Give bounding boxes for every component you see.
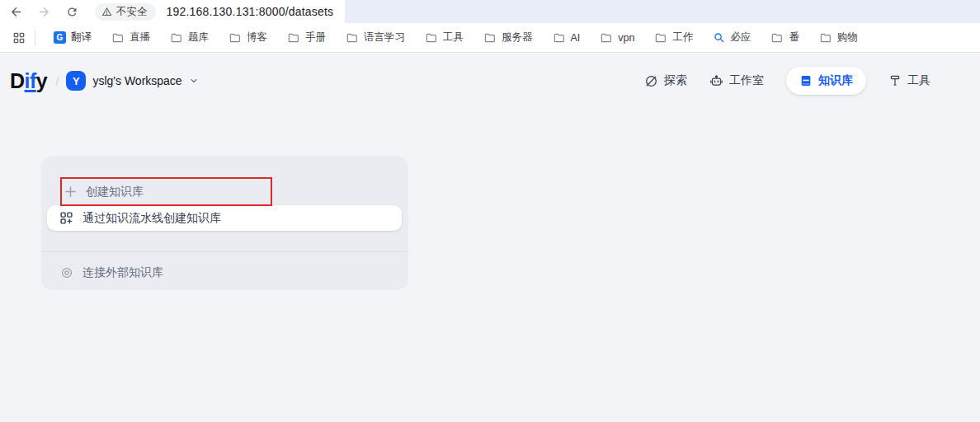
refresh-button[interactable] [62, 2, 82, 21]
nav-knowledge[interactable]: 知识库 [786, 67, 866, 95]
create-by-pipeline-option[interactable]: 通过知识流水线创建知识库 [47, 205, 402, 231]
external-knowledge-icon [60, 266, 73, 279]
app-header: Dify / Y yslg's Workspace 探索 [0, 54, 980, 108]
folder-icon [229, 31, 242, 45]
book-icon [799, 74, 813, 87]
warning-icon [101, 7, 112, 17]
bookmarks-bar: G 翻译 直播 题库 博客 手册 语言学习 工具 服务器 [0, 23, 980, 53]
bookmark-folder[interactable]: AI [553, 31, 581, 45]
browser-toolbar: 不安全 192.168.130.131:8000/datasets [0, 0, 980, 23]
chevron-down-icon [189, 76, 199, 86]
folder-icon [600, 31, 613, 45]
folder-icon [425, 31, 438, 45]
nav-explore-label: 探索 [664, 73, 687, 88]
apps-grid-button[interactable] [10, 29, 28, 47]
site-security-chip[interactable]: 不安全 [95, 3, 156, 21]
explore-icon [644, 74, 658, 88]
translate-icon: G [54, 31, 66, 44]
nav-tools-label: 工具 [907, 73, 931, 88]
dify-logo[interactable]: Dify [10, 69, 47, 93]
bookmark-folder[interactable]: 手册 [287, 30, 326, 45]
bookmark-folder[interactable]: 工作 [654, 30, 693, 45]
forward-button[interactable] [34, 2, 54, 21]
folder-icon [111, 31, 125, 45]
search-icon [713, 31, 725, 44]
bookmark-bing[interactable]: 必应 [713, 30, 751, 45]
plus-icon [64, 185, 77, 198]
security-chip-label: 不安全 [116, 5, 148, 19]
arrow-left-icon [9, 5, 23, 19]
bookmark-folder[interactable]: 服务器 [483, 30, 533, 45]
folder-icon [553, 31, 566, 45]
folder-icon [346, 31, 359, 45]
nav-tools[interactable]: 工具 [888, 73, 931, 88]
back-button[interactable] [6, 2, 26, 21]
create-by-pipeline-label: 通过知识流水线创建知识库 [82, 211, 221, 226]
refresh-icon [66, 6, 78, 18]
bookmark-folder[interactable]: 题库 [170, 30, 209, 45]
nav-studio[interactable]: 工作室 [709, 73, 764, 88]
robot-icon [709, 74, 723, 88]
apps-grid-icon [12, 31, 26, 45]
bookmark-translate[interactable]: G 翻译 [54, 30, 92, 45]
bookmark-folder[interactable]: 直播 [111, 30, 150, 45]
top-nav: 探索 工作室 知识库 [644, 67, 931, 95]
folder-icon [819, 31, 832, 45]
folder-icon [770, 31, 784, 45]
nav-knowledge-label: 知识库 [818, 73, 853, 88]
folder-icon [483, 31, 497, 45]
bookmark-folder[interactable]: 博客 [229, 30, 267, 45]
bookmark-folder[interactable]: 购物 [819, 30, 858, 45]
create-knowledge-option[interactable]: 创建知识库 [64, 177, 144, 206]
nav-explore[interactable]: 探索 [644, 73, 687, 88]
nav-studio-label: 工作室 [729, 73, 764, 88]
connect-external-option[interactable]: 连接外部知识库 [60, 261, 163, 284]
create-knowledge-label: 创建知识库 [86, 185, 144, 199]
bookmark-folder[interactable]: 工具 [425, 30, 464, 45]
workspace-switcher[interactable]: Y yslg's Workspace [66, 71, 198, 91]
bookmark-folder[interactable]: 语言学习 [346, 30, 405, 45]
pipeline-icon [59, 211, 73, 225]
workspace-name: yslg's Workspace [92, 74, 181, 87]
folder-icon [654, 31, 667, 45]
tools-icon [888, 74, 902, 87]
bookmark-folder[interactable]: vpn [600, 31, 634, 45]
create-knowledge-card: 创建知识库 通过知识流水线创建知识库 连接外部知识库 [41, 156, 408, 290]
folder-icon [287, 31, 300, 45]
connect-external-label: 连接外部知识库 [82, 265, 163, 280]
bookmark-folder[interactable]: 番 [770, 30, 799, 45]
browser-window: 不安全 192.168.130.131:8000/datasets G 翻译 直… [0, 0, 980, 422]
dify-page: Dify / Y yslg's Workspace 探索 [0, 54, 980, 422]
bookmarks-separator [35, 30, 35, 45]
address-bar-url[interactable]: 192.168.130.131:8000/datasets [167, 5, 334, 18]
workspace-avatar: Y [66, 71, 86, 91]
card-divider [41, 251, 408, 252]
breadcrumb-slash: / [55, 74, 59, 88]
arrow-right-icon [37, 5, 51, 19]
folder-icon [170, 31, 183, 45]
